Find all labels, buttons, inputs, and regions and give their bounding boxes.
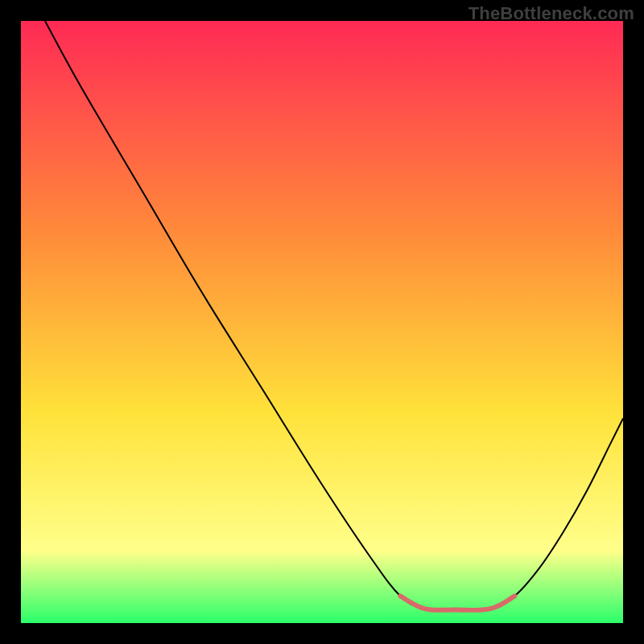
plot-area (21, 21, 623, 623)
watermark-text: TheBottleneck.com (469, 3, 634, 24)
chart-svg (21, 21, 623, 623)
chart-stage: TheBottleneck.com (0, 0, 644, 644)
gradient-backdrop (21, 21, 623, 623)
